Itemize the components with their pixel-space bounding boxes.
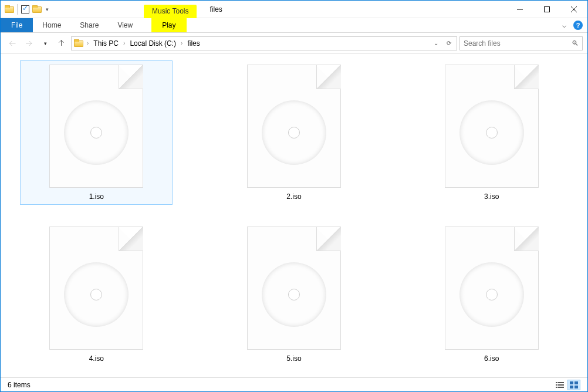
statusbar-view-switcher bbox=[553, 380, 580, 390]
iso-file-icon bbox=[49, 227, 143, 350]
file-item[interactable]: 5.iso bbox=[218, 222, 370, 367]
svg-rect-8 bbox=[556, 387, 557, 388]
ribbon-tab-share[interactable]: Share bbox=[70, 18, 108, 32]
file-item[interactable]: 4.iso bbox=[20, 222, 173, 367]
breadcrumb-local-disk[interactable]: Local Disk (C:) bbox=[127, 39, 178, 48]
file-label: 3.iso bbox=[484, 192, 499, 201]
qat-folder-icon[interactable] bbox=[4, 3, 15, 16]
ribbon-collapse-icon[interactable]: ⌵ bbox=[562, 21, 566, 29]
minimize-button[interactable] bbox=[506, 1, 533, 18]
ribbon-tab-home[interactable]: Home bbox=[33, 18, 70, 32]
svg-rect-12 bbox=[570, 386, 573, 388]
titlebar: ▾ Music Tools files bbox=[1, 1, 587, 18]
status-item-count: 6 items bbox=[8, 381, 31, 389]
close-button[interactable] bbox=[560, 1, 587, 18]
file-label: 2.iso bbox=[286, 192, 301, 201]
file-label: 5.iso bbox=[286, 354, 301, 363]
nav-recent-dropdown[interactable]: ▾ bbox=[38, 36, 52, 50]
ribbon-right: ⌵ ? bbox=[562, 18, 587, 32]
iso-file-icon bbox=[445, 65, 539, 188]
qat-customize-dropdown[interactable]: ▾ bbox=[43, 6, 51, 12]
file-item[interactable]: 1.iso bbox=[20, 60, 173, 205]
search-icon[interactable]: 🔍︎ bbox=[572, 39, 579, 48]
window-controls bbox=[506, 1, 587, 18]
statusbar: 6 items bbox=[1, 377, 587, 391]
breadcrumb-sep[interactable]: › bbox=[121, 40, 127, 46]
refresh-icon[interactable]: ⟳ bbox=[442, 40, 455, 46]
qat-separator bbox=[17, 4, 18, 15]
svg-rect-10 bbox=[570, 381, 573, 384]
svg-rect-5 bbox=[558, 382, 564, 383]
file-label: 1.iso bbox=[89, 192, 104, 201]
nav-back-button[interactable]: 🡠 bbox=[5, 36, 19, 50]
svg-rect-7 bbox=[558, 384, 564, 386]
address-row: 🡠 🡢 ▾ 🡡 › This PC › Local Disk (C:) › fi… bbox=[1, 33, 587, 54]
window-title: files bbox=[209, 5, 222, 13]
svg-rect-11 bbox=[575, 381, 578, 384]
svg-rect-6 bbox=[556, 384, 557, 386]
ribbon-tab-play[interactable]: Play bbox=[151, 18, 186, 32]
file-item[interactable]: 3.iso bbox=[415, 60, 568, 205]
nav-up-button[interactable]: 🡡 bbox=[55, 36, 69, 50]
address-controls: ⌄ ⟳ bbox=[430, 40, 455, 46]
iso-file-icon bbox=[445, 227, 539, 350]
items-grid: 1.iso2.iso3.iso4.iso5.iso6.iso bbox=[3, 60, 585, 367]
address-folder-icon[interactable] bbox=[73, 39, 85, 47]
search-box[interactable]: 🔍︎ bbox=[459, 36, 583, 50]
maximize-button[interactable] bbox=[533, 1, 560, 18]
svg-rect-4 bbox=[556, 382, 557, 383]
qat-properties-icon[interactable] bbox=[20, 3, 31, 16]
view-thumbnails-button[interactable] bbox=[567, 380, 580, 390]
breadcrumb-sep[interactable]: › bbox=[178, 40, 185, 46]
iso-file-icon bbox=[247, 227, 341, 350]
address-bar[interactable]: › This PC › Local Disk (C:) › files ⌄ ⟳ bbox=[71, 36, 457, 50]
svg-rect-9 bbox=[558, 387, 564, 388]
ribbon-tab-view[interactable]: View bbox=[108, 18, 142, 32]
iso-file-icon bbox=[247, 65, 341, 188]
iso-file-icon bbox=[49, 65, 143, 188]
svg-rect-13 bbox=[575, 386, 578, 388]
breadcrumb-this-pc[interactable]: This PC bbox=[91, 39, 121, 48]
quick-access-toolbar: ▾ bbox=[1, 1, 55, 18]
ribbon-tab-file[interactable]: File bbox=[1, 18, 33, 32]
contextual-tab-music: Music Tools bbox=[144, 5, 197, 18]
address-dropdown-icon[interactable]: ⌄ bbox=[430, 40, 442, 46]
search-input[interactable] bbox=[464, 39, 572, 48]
help-icon[interactable]: ? bbox=[573, 21, 583, 30]
file-item[interactable]: 2.iso bbox=[218, 60, 370, 205]
nav-forward-button[interactable]: 🡢 bbox=[22, 36, 36, 50]
breadcrumb-sep[interactable]: › bbox=[85, 40, 91, 46]
ribbon: File Home Share View Play ⌵ ? bbox=[1, 18, 587, 33]
svg-rect-1 bbox=[545, 6, 550, 12]
view-details-button[interactable] bbox=[553, 380, 566, 390]
content-area[interactable]: 1.iso2.iso3.iso4.iso5.iso6.iso bbox=[1, 55, 587, 377]
file-label: 4.iso bbox=[89, 354, 104, 363]
file-label: 6.iso bbox=[484, 354, 499, 363]
file-item[interactable]: 6.iso bbox=[415, 222, 568, 367]
breadcrumb-files[interactable]: files bbox=[185, 39, 202, 48]
qat-newfolder-icon[interactable] bbox=[32, 3, 42, 16]
